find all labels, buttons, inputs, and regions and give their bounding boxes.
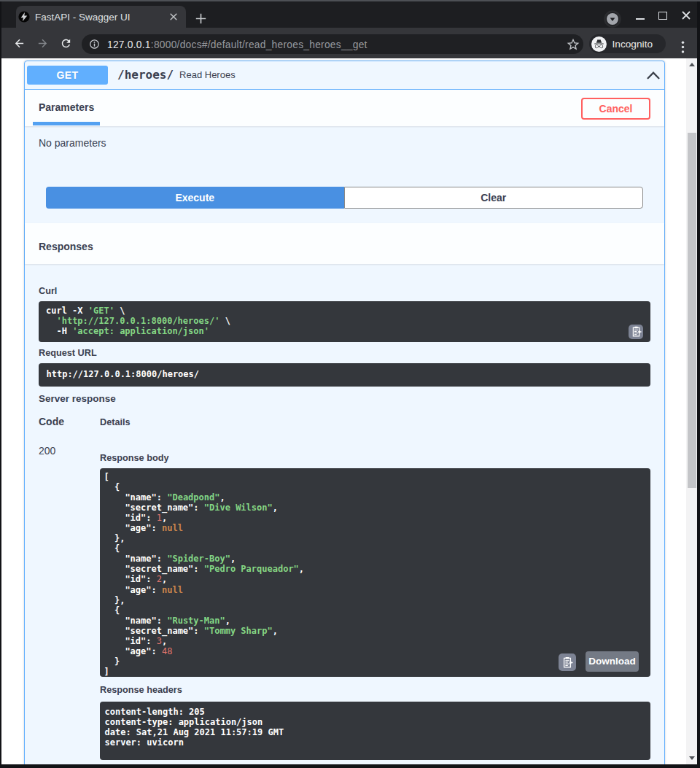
response-table-header: Code Details [39, 416, 650, 428]
address-bar[interactable]: 127.0.0.1:8000/docs#/default/read_heroes… [82, 34, 583, 54]
curl-label: Curl [39, 287, 650, 296]
response-headers-label: Response headers [100, 686, 650, 695]
scrollbar[interactable] [686, 58, 697, 764]
request-url-label: Request URL [39, 349, 650, 358]
forward-button[interactable] [36, 37, 49, 50]
window-top-edge [0, 0, 700, 1]
response-headers-code: content-length: 205 content-type: applic… [105, 707, 284, 748]
operation-summary[interactable]: GET /heroes/ Read Heroes [25, 61, 664, 90]
scrollbar-up-arrow[interactable] [689, 63, 695, 66]
site-info-icon[interactable] [90, 39, 99, 49]
responses-title: Responses [39, 241, 93, 252]
operation-path: /heroes/ [117, 68, 174, 82]
url-text[interactable]: 127.0.0.1:8000/docs#/default/read_heroes… [107, 39, 368, 50]
download-button[interactable]: Download [586, 651, 639, 672]
no-parameters-text: No parameters [39, 137, 664, 149]
window-close-button[interactable] [681, 10, 691, 20]
incognito-icon [594, 39, 604, 50]
browser-tab[interactable]: FastAPI - Swagger UI [16, 6, 186, 28]
copy-curl-button[interactable] [629, 325, 643, 339]
new-tab-button[interactable] [195, 13, 206, 24]
browser-toolbar: 127.0.0.1:8000/docs#/default/read_heroes… [1, 28, 697, 58]
execute-button[interactable]: Execute [46, 187, 344, 209]
parameters-header: Parameters Cancel [25, 90, 664, 126]
clipboard-icon [561, 656, 573, 668]
clipboard-icon [631, 326, 642, 337]
url-host: 127.0.0.1 [107, 39, 151, 50]
swagger-page: GET /heroes/ Read Heroes Parameters Canc… [1, 58, 697, 764]
browser-titlebar: FastAPI - Swagger UI [1, 0, 697, 28]
cancel-button[interactable]: Cancel [581, 98, 650, 120]
browser-menu-button[interactable] [680, 41, 685, 54]
response-body-code: [ { "name": "Deadpond", "secret_name": "… [104, 472, 305, 677]
curl-command-block: curl -X 'GET' \ 'http://127.0.0.1:8000/h… [39, 301, 650, 342]
response-headers-block: content-length: 205 content-type: applic… [100, 702, 650, 760]
operation-block-get-heroes: GET /heroes/ Read Heroes Parameters Canc… [24, 61, 665, 764]
window-maximize-button[interactable] [658, 12, 667, 20]
curl-code: curl -X 'GET' \ 'http://127.0.0.1:8000/h… [46, 306, 230, 336]
request-url-block: http://127.0.0.1:8000/heroes/ [39, 363, 650, 387]
incognito-badge: Incognito [589, 34, 666, 53]
scrollbar-thumb[interactable] [688, 133, 696, 488]
tab-title: FastAPI - Swagger UI [35, 12, 131, 23]
scrollbar-down-arrow[interactable] [689, 756, 695, 760]
response-row: 200 Response body [ { "name": "Deadpond"… [39, 446, 650, 760]
http-method-badge: GET [27, 66, 108, 85]
chevron-up-icon[interactable] [647, 71, 660, 79]
details-column-header: Details [100, 416, 131, 428]
response-body-block: [ { "name": "Deadpond", "secret_name": "… [100, 468, 650, 677]
window-menu-button[interactable] [604, 10, 621, 28]
tab-parameters[interactable]: Parameters [39, 101, 94, 113]
responses-inner: Curl curl -X 'GET' \ 'http://127.0.0.1:8… [25, 287, 664, 760]
reload-button[interactable] [60, 37, 72, 50]
tab-close-icon[interactable] [169, 12, 178, 21]
operation-description: Read Heroes [179, 69, 236, 80]
incognito-label: Incognito [612, 39, 653, 50]
responses-section-header: Responses [25, 223, 664, 264]
url-path: :8000/docs#/default/read_heroes_heroes__… [151, 39, 368, 50]
bookmark-star-icon[interactable] [566, 37, 580, 52]
code-column-header: Code [39, 416, 100, 428]
clear-button[interactable]: Clear [344, 187, 644, 209]
copy-response-button[interactable] [559, 653, 576, 671]
back-button[interactable] [13, 37, 26, 50]
fastapi-favicon-icon [18, 11, 30, 23]
incognito-avatar [591, 36, 607, 52]
execute-row: Execute Clear [46, 187, 643, 209]
active-tab-underline [33, 122, 100, 125]
response-details-cell: Response body [ { "name": "Deadpond", "s… [100, 446, 650, 760]
response-body-label: Response body [100, 454, 650, 463]
status-code: 200 [39, 446, 100, 760]
window-minimize-button[interactable] [636, 18, 645, 20]
server-response-label: Server response [39, 394, 650, 404]
